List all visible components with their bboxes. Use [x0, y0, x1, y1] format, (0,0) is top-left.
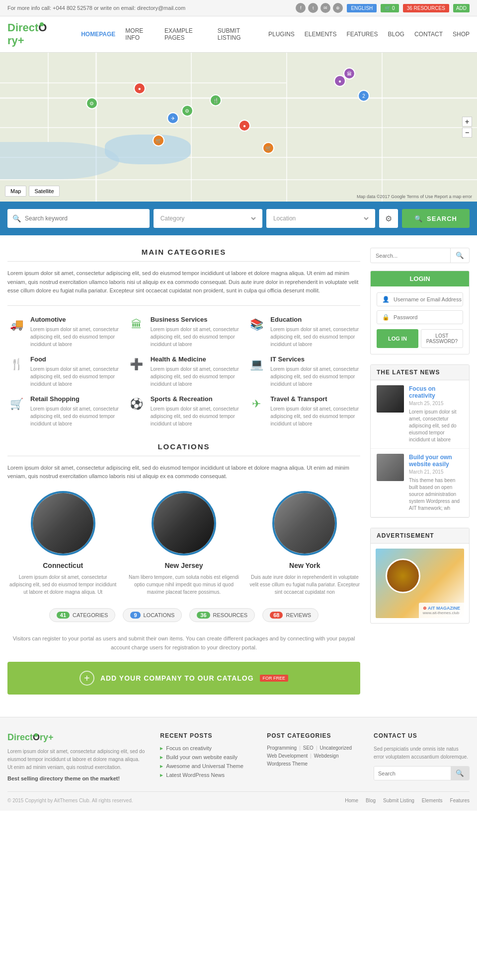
- footer-contact-desc: Sed perspiciatis unde omnis iste natus e…: [374, 745, 470, 761]
- footer-post-1[interactable]: Focus on creativity: [160, 745, 252, 751]
- user-icon: 👤: [382, 296, 390, 303]
- category-it[interactable]: 💻 IT Services Lorem ipsum dolor sit amet…: [247, 355, 360, 388]
- health-desc: Lorem ipsum dolor sit amet, consectetur …: [151, 365, 240, 388]
- footer-nav-submit[interactable]: Submit Listing: [383, 798, 414, 803]
- it-icon: 💻: [247, 355, 265, 373]
- ad-website: www.ait-themes.club: [423, 611, 460, 615]
- stat-categories[interactable]: 41 CATEGORIES: [49, 608, 116, 622]
- search-button[interactable]: 🔍 SEARCH: [402, 209, 470, 228]
- category-education[interactable]: 📚 Education Lorem ipsum dolor sit amet, …: [247, 316, 360, 348]
- it-desc: Lorem ipsum dolor sit amet, consectetur …: [270, 365, 360, 388]
- sidebar-search-button[interactable]: 🔍: [450, 248, 469, 263]
- sidebar-search-input[interactable]: [371, 249, 450, 262]
- login-tab[interactable]: LOGIN: [371, 271, 469, 286]
- cart-button[interactable]: 🛒 0: [381, 4, 398, 12]
- category-travel[interactable]: ✈ Travel & Transport Lorem ipsum dolor s…: [247, 395, 360, 427]
- nav-plugins[interactable]: PLUGINS: [268, 31, 295, 38]
- map-pin-4[interactable]: 🍴: [210, 94, 222, 106]
- add-company-icon: +: [80, 671, 94, 686]
- username-input[interactable]: [394, 296, 462, 302]
- connecticut-img-placeholder: [33, 493, 93, 554]
- news-title-2[interactable]: Build your own website easily: [409, 454, 463, 468]
- footer-nav-features[interactable]: Features: [450, 798, 470, 803]
- footer-tag-seo[interactable]: SEO: [303, 745, 314, 751]
- footer-grid: DirectOry+ Lorem ipsum dolor sit amet, c…: [7, 732, 470, 781]
- category-sports[interactable]: ⚽ Sports & Recreation Lorem ipsum dolor …: [128, 395, 240, 427]
- category-health[interactable]: ➕ Health & Medicine Lorem ipsum dolor si…: [128, 355, 240, 388]
- retail-icon: 🛒: [7, 395, 25, 413]
- facebook-icon[interactable]: f: [296, 3, 306, 13]
- add-company-cta[interactable]: + ADD YOUR COMPANY TO OUR CATALOG FOR FR…: [7, 662, 360, 695]
- map-pin-5[interactable]: ✈: [167, 112, 179, 124]
- map-pin-10[interactable]: 2: [358, 90, 370, 102]
- footer-tag-wordpress[interactable]: Wordpress Theme: [267, 761, 308, 767]
- twitter-icon[interactable]: t: [308, 3, 318, 13]
- map-pin-3[interactable]: 🛒: [153, 135, 164, 146]
- stat-resources[interactable]: 36 RESOURCES: [189, 608, 255, 622]
- map-pin-8[interactable]: 🛒: [262, 142, 274, 154]
- search-category-select[interactable]: Category Automotive Business Services Ed…: [159, 214, 257, 222]
- footer-tag-programming[interactable]: Programming: [267, 745, 297, 751]
- zoom-out-btn[interactable]: −: [462, 128, 472, 138]
- ad-content: ⊕ AIT MAGAZINE www.ait-themes.club: [371, 544, 469, 623]
- news-item-2: Build your own website easily March 21, …: [371, 449, 469, 517]
- locations-grid: Connecticut Lorem ipsum dolor sit amet, …: [7, 491, 360, 596]
- footer-search-input[interactable]: [374, 767, 451, 780]
- resources-button[interactable]: 36 RESOURCES: [403, 4, 449, 12]
- zoom-in-btn[interactable]: +: [462, 117, 472, 127]
- location-connecticut[interactable]: Connecticut Lorem ipsum dolor sit amet, …: [7, 491, 118, 596]
- nav-elements[interactable]: ELEMENTS: [305, 31, 337, 38]
- lost-password-button[interactable]: LOST PASSWORD?: [421, 329, 463, 348]
- satellite-view-btn[interactable]: Satellite: [29, 186, 59, 197]
- footer-tag-webdesign[interactable]: Webdesign: [314, 753, 339, 759]
- nav-contact[interactable]: CONTACT: [414, 31, 443, 38]
- add-button[interactable]: ADD: [453, 4, 470, 12]
- stat-reviews[interactable]: 68 REVIEWS: [262, 608, 318, 622]
- news-date-1: March 25, 2015: [409, 401, 463, 406]
- search-keyword-input[interactable]: [25, 215, 145, 222]
- category-automotive[interactable]: 🚚 Automotive Lorem ipsum dolor sit amet,…: [7, 316, 120, 348]
- search-settings-button[interactable]: ⚙: [379, 209, 398, 228]
- map-pin-7[interactable]: ⚙: [86, 97, 98, 109]
- main-categories-section: MAIN CATEGORIES Lorem ipsum dolor sit am…: [7, 248, 360, 427]
- nav-shop[interactable]: SHOP: [453, 31, 470, 38]
- category-retail[interactable]: 🛒 Retail Shopping Lorem ipsum dolor sit …: [7, 395, 120, 427]
- location-new-york[interactable]: New York Duis aute irure dolor in repreh…: [249, 491, 360, 596]
- news-title-1[interactable]: Focus on creativity: [409, 385, 463, 399]
- footer-nav-home[interactable]: Home: [345, 798, 358, 803]
- footer-tag-webdev[interactable]: Web Development: [267, 753, 308, 759]
- rss-icon[interactable]: ⊕: [333, 3, 343, 13]
- language-button[interactable]: ENGLISH: [347, 4, 377, 12]
- business-info: Business Services Lorem ipsum dolor sit …: [151, 316, 240, 348]
- category-food[interactable]: 🍴 Food Lorem ipsum dolor sit amet, conse…: [7, 355, 120, 388]
- email-icon[interactable]: ✉: [320, 3, 330, 13]
- nav-more-info[interactable]: MORE INFO: [125, 27, 155, 41]
- retail-desc: Lorem ipsum dolor sit amet, consectetur …: [30, 405, 120, 427]
- footer-tag-uncategorized[interactable]: Uncategorized: [320, 745, 352, 751]
- footer-nav-blog[interactable]: Blog: [366, 798, 376, 803]
- search-location-select[interactable]: Location Connecticut New Jersey New York: [271, 214, 370, 222]
- map-pin-6[interactable]: ●: [238, 120, 250, 132]
- stat-locations[interactable]: 9 LOCATIONS: [123, 608, 182, 622]
- footer-post-2[interactable]: Build your own website easily: [160, 754, 252, 760]
- map-pin-2[interactable]: ⚙: [181, 105, 193, 117]
- stats-info: Visitors can register to your portal as …: [7, 634, 360, 652]
- new-york-desc: Duis aute irure dolor in reprehenderit i…: [249, 573, 360, 596]
- login-button[interactable]: LOG IN: [377, 329, 418, 348]
- category-business[interactable]: 🏛 Business Services Lorem ipsum dolor si…: [128, 316, 240, 348]
- top-bar-right: f t ✉ ⊕ ENGLISH 🛒 0 36 RESOURCES ADD: [296, 3, 470, 13]
- footer-post-4[interactable]: Latest WordPress News: [160, 772, 252, 778]
- nav-submit-listing[interactable]: SUBMIT LISTING: [218, 27, 258, 41]
- footer-search-button[interactable]: 🔍: [451, 767, 469, 780]
- footer-post-3[interactable]: Awesome and Universal Theme: [160, 763, 252, 769]
- password-input[interactable]: [394, 314, 462, 320]
- footer-nav-elements[interactable]: Elements: [422, 798, 443, 803]
- nav-homepage[interactable]: HOMEPAGE: [81, 31, 115, 38]
- nav-example-pages[interactable]: EXAMPLE PAGES: [164, 27, 208, 41]
- nav-features[interactable]: FEATURES: [346, 31, 378, 38]
- map-pin-1[interactable]: ●: [134, 82, 146, 94]
- map-pin-11[interactable]: 🏛: [343, 68, 355, 79]
- nav-blog[interactable]: BLOG: [388, 31, 404, 38]
- map-view-btn[interactable]: Map: [5, 186, 26, 197]
- location-new-jersey[interactable]: New Jersey Nam libero tempore, cum solut…: [128, 491, 239, 596]
